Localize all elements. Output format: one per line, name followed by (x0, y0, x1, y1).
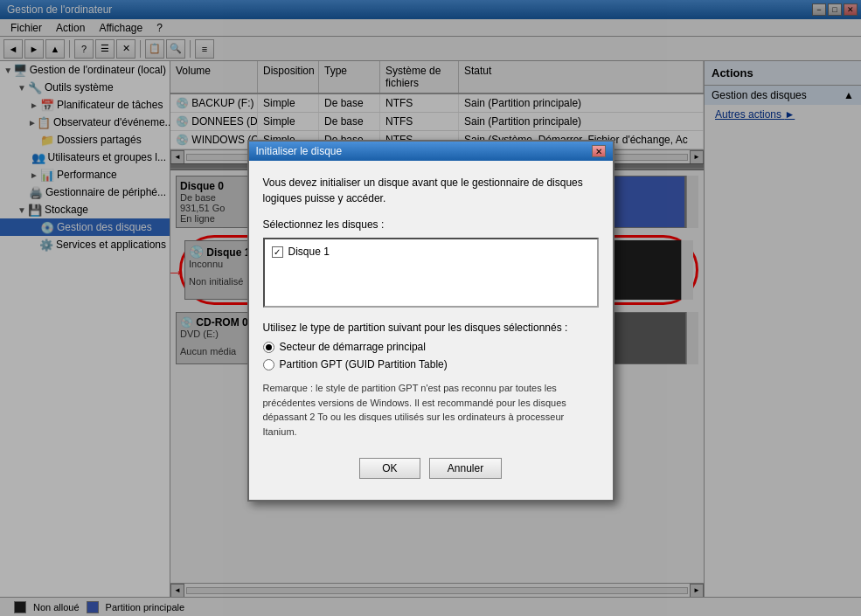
radio-gpt-btn[interactable] (263, 359, 274, 370)
modal-description: Vous devez initialiser un disque avant q… (263, 175, 599, 206)
modal-ok-button[interactable]: OK (359, 458, 420, 479)
modal-title: Initialiser le disque (256, 145, 343, 157)
radio-gpt-label: Partition GPT (GUID Partition Table) (280, 358, 448, 370)
modal-cancel-button[interactable]: Annuler (429, 458, 502, 479)
disk-checkbox[interactable]: ✓ (272, 246, 283, 258)
radio-mbr-label: Secteur de démarrage principal (280, 341, 426, 353)
modal-select-label: Sélectionnez les disques : (263, 218, 599, 231)
modal-close-button[interactable]: ✕ (592, 145, 606, 157)
modal-dialog: Initialiser le disque ✕ Vous devez initi… (247, 140, 615, 502)
modal-note: Remarque : le style de partition GPT n'e… (263, 381, 599, 439)
modal-body: Vous devez initialiser un disque avant q… (249, 161, 613, 500)
disk-list-item-1[interactable]: ✓ Disque 1 (268, 243, 594, 260)
radio-group: Secteur de démarrage principal Partition… (263, 341, 599, 370)
modal-buttons: OK Annuler (263, 451, 599, 486)
radio-mbr-btn[interactable] (263, 342, 274, 353)
disk-list-box: ✓ Disque 1 (263, 238, 599, 308)
disk-list-label: Disque 1 (288, 246, 330, 258)
modal-title-bar: Initialiser le disque ✕ (249, 142, 613, 161)
radio-mbr[interactable]: Secteur de démarrage principal (263, 341, 599, 353)
partition-type-label: Utilisez le type de partition suivant po… (263, 322, 599, 334)
modal-overlay: Initialiser le disque ✕ Vous devez initi… (0, 0, 861, 616)
radio-gpt[interactable]: Partition GPT (GUID Partition Table) (263, 358, 599, 370)
